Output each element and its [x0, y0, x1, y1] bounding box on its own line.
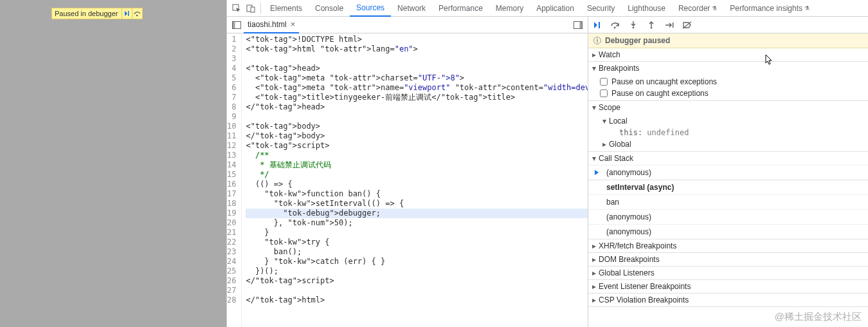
svg-rect-0 [128, 11, 129, 16]
tab-memory[interactable]: Memory [489, 0, 530, 17]
paused-text: Paused in debugger [52, 10, 122, 17]
navigator-toggle-icon[interactable] [230, 21, 244, 29]
scope-global[interactable]: ▸Global [593, 138, 868, 150]
sources-panel: tiaoshi.html × 1234567891011121314151617… [227, 17, 588, 327]
watermark: @稀土掘金技术社区 [775, 311, 862, 323]
event-listener-breakpoints-section[interactable]: ▸Event Listener Breakpoints [588, 280, 868, 293]
deactivate-breakpoints-button[interactable] [682, 20, 692, 30]
devtools-window: Elements Console Sources Network Perform… [226, 0, 868, 327]
info-icon: i [593, 37, 601, 44]
tab-recorder[interactable]: Recorder⚗ [672, 0, 723, 17]
svg-rect-4 [251, 7, 255, 12]
source-file-tabs: tiaoshi.html × [227, 17, 588, 33]
callstack-async: setInterval (async) [588, 180, 868, 194]
step-button[interactable] [664, 20, 674, 30]
tab-elements[interactable]: Elements [264, 0, 309, 17]
svg-point-1 [136, 15, 138, 17]
global-listeners-section[interactable]: ▸Global Listeners [588, 266, 868, 279]
svg-rect-13 [673, 23, 674, 28]
breakpoints-section[interactable]: ▾Breakpoints [588, 62, 868, 75]
file-tab[interactable]: tiaoshi.html × [244, 17, 299, 33]
callstack-frame[interactable]: (anonymous) [588, 224, 868, 239]
callstack-section[interactable]: ▾Call Stack [588, 152, 868, 165]
svg-rect-6 [233, 21, 235, 28]
dom-breakpoints-section[interactable]: ▸DOM Breakpoints [588, 253, 868, 266]
svg-rect-8 [580, 21, 583, 28]
tab-network[interactable]: Network [391, 0, 432, 17]
svg-point-12 [651, 26, 653, 28]
resume-button[interactable] [592, 20, 602, 30]
resume-icon[interactable] [122, 8, 132, 19]
tab-lighthouse[interactable]: Lighthouse [621, 0, 672, 17]
tab-sources[interactable]: Sources [350, 0, 391, 17]
step-into-button[interactable] [628, 20, 638, 30]
callstack-frame[interactable]: (anonymous) [588, 209, 868, 224]
scope-this: this: undefined [593, 127, 868, 138]
scope-section[interactable]: ▾Scope [588, 101, 868, 114]
tab-security[interactable]: Security [581, 0, 621, 17]
xhr-breakpoints-section[interactable]: ▸XHR/fetch Breakpoints [588, 239, 868, 252]
csp-breakpoints-section[interactable]: ▸CSP Violation Breakpoints [588, 294, 868, 306]
devtools-tabbar: Elements Console Sources Network Perform… [227, 0, 868, 17]
step-over-icon[interactable] [132, 8, 142, 19]
debugger-toolbar [588, 17, 868, 33]
scope-local[interactable]: ▾Local [593, 115, 868, 127]
step-out-button[interactable] [646, 20, 656, 30]
paused-overlay: Paused in debugger [51, 8, 143, 19]
svg-rect-9 [599, 22, 600, 28]
svg-point-10 [614, 26, 616, 28]
svg-point-11 [633, 26, 635, 28]
debugger-pane: i Debugger paused ▸Watch ▾Breakpoints Pa… [588, 17, 868, 327]
tab-performance[interactable]: Performance [432, 0, 489, 17]
watch-section[interactable]: ▸Watch [588, 48, 868, 61]
tab-application[interactable]: Application [530, 0, 581, 17]
callstack-frame[interactable]: (anonymous) [588, 165, 868, 180]
close-icon[interactable]: × [291, 19, 296, 29]
step-over-button[interactable] [610, 20, 620, 30]
pause-caught-checkbox[interactable]: Pause on caught exceptions [593, 88, 868, 99]
device-toggle-icon[interactable] [244, 1, 258, 15]
pause-uncaught-checkbox[interactable]: Pause on uncaught exceptions [593, 76, 868, 88]
debugger-paused-banner: i Debugger paused [588, 33, 868, 48]
tab-perf-insights[interactable]: Performance insights⚗ [723, 0, 816, 17]
editor-more-icon[interactable] [571, 21, 585, 29]
inspect-icon[interactable] [230, 1, 244, 15]
tab-console[interactable]: Console [309, 0, 350, 17]
code-editor[interactable]: 1234567891011121314151617181920212223242… [227, 33, 588, 327]
callstack-frame[interactable]: ban [588, 194, 868, 209]
file-name: tiaoshi.html [248, 20, 287, 29]
